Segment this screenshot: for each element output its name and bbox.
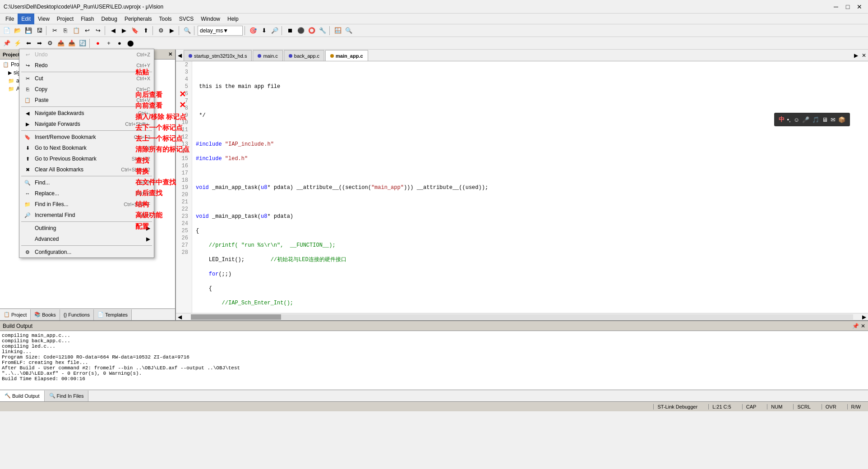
ctx-undo[interactable]: ↩ Undo Ctrl+Z <box>19 49 154 60</box>
hscroll-track[interactable] <box>191 314 853 320</box>
redo-btn[interactable]: ↪ <box>93 26 103 36</box>
undo-btn[interactable]: ↩ <box>82 26 92 36</box>
tb2-color1[interactable]: ● <box>93 38 103 48</box>
menu-edit[interactable]: Edit <box>18 14 34 24</box>
ctx-configuration[interactable]: ⚙ Configuration... <box>19 247 154 257</box>
ctx-redo[interactable]: ↪ Redo Ctrl+Y <box>19 60 154 71</box>
ctx-incremental-find[interactable]: 🔎 Incremental Find Ctrl+I <box>19 210 154 221</box>
tb2-btn8[interactable]: 🔄 <box>78 38 88 48</box>
target-dropdown[interactable]: delay_ms ▼ <box>198 26 243 36</box>
tab-functions[interactable]: {}Functions <box>60 309 94 320</box>
search-btn2[interactable]: 🔎 <box>270 26 280 36</box>
nav-fwd-btn[interactable]: ▶ <box>119 26 129 36</box>
menu-debug[interactable]: Debug <box>98 14 121 24</box>
nav-back-btn[interactable]: ◀ <box>108 26 118 36</box>
build-close-btn[interactable]: ✕ <box>861 323 865 329</box>
ctx-insert-bookmark[interactable]: 🔖 Insert/Remove Bookmark Ctrl+F2 <box>19 132 154 143</box>
ctx-find[interactable]: 🔍 Find... Ctrl+F <box>19 177 154 188</box>
paste-btn[interactable]: 📋 <box>71 26 81 36</box>
panel-close-btn[interactable]: ✕ <box>168 51 172 57</box>
ctx-cut[interactable]: ✂ Cut Ctrl+X <box>19 73 154 84</box>
status-bar: ST-Link Debugger L:21 C:5 CAP NUM SCRL O… <box>0 401 868 411</box>
ctx-paste[interactable]: 📋 Paste Ctrl+V <box>19 95 154 106</box>
tab-back-app[interactable]: back_app.c <box>284 50 324 61</box>
ctx-prev-bookmark[interactable]: ⬆ Go to Previous Bookmark Shift+F2 <box>19 153 154 164</box>
ctx-sep2 <box>21 106 152 107</box>
build-line: compiling back_app.c... <box>2 338 866 344</box>
find-btn[interactable]: 🔍 <box>182 26 192 36</box>
tab-project[interactable]: 📋Project <box>0 309 31 320</box>
new-file-btn[interactable]: 📄 <box>2 26 12 36</box>
tb2-btn4[interactable]: ➡ <box>34 38 44 48</box>
tb2-btn5[interactable]: ⚙ <box>45 38 55 48</box>
tb2-color2[interactable]: + <box>104 38 114 48</box>
build-pin-btn[interactable]: 📌 <box>852 323 859 329</box>
ctx-advanced[interactable]: Advanced ▶ <box>19 234 154 244</box>
tab-startup[interactable]: startup_stm32f10x_hd.s <box>184 50 252 61</box>
menu-view[interactable]: View <box>34 14 53 24</box>
tab-scroll-right-btn[interactable]: ▶ <box>852 52 860 59</box>
bookmark-btn[interactable]: 🔖 <box>130 26 140 36</box>
code-content[interactable]: this is the main app file */ #include "I… <box>192 61 868 313</box>
tab-scroll-left-btn[interactable]: ◀ <box>176 52 184 59</box>
code-editor[interactable]: 2 3 4 5 6 7 8 9 10 11 12 13 14 15 16 17 … <box>176 61 868 313</box>
build-output-title: Build Output <box>3 323 32 329</box>
tab-books[interactable]: 📚Books <box>31 309 60 320</box>
menu-project[interactable]: Project <box>53 14 77 24</box>
tb2-btn2[interactable]: ⚡ <box>13 38 23 48</box>
ctx-next-bookmark[interactable]: ⬇ Go to Next Bookmark F2 <box>19 143 154 153</box>
open-btn[interactable]: 📂 <box>13 26 23 36</box>
copy-btn[interactable]: ⎘ <box>60 26 70 36</box>
breakpoint-btn[interactable]: ⚫ <box>296 26 306 36</box>
minimize-button[interactable]: ─ <box>831 2 841 12</box>
tb2-color4[interactable]: ⬤ <box>125 38 135 48</box>
tab-main-app[interactable]: main_app.c <box>325 50 368 61</box>
tb2-btn3[interactable]: ⬅ <box>23 38 33 48</box>
tab-build-output[interactable]: 🔨Build Output <box>0 391 45 401</box>
hscroll-left-btn[interactable]: ◀ <box>176 314 184 320</box>
tb2-btn6[interactable]: 📤 <box>56 38 66 48</box>
editor-hscroll[interactable]: ◀ ▶ <box>176 313 868 320</box>
tab-find-in-files[interactable]: 🔍Find In Files <box>45 391 89 401</box>
window-btn[interactable]: 🪟 <box>333 26 343 36</box>
tab-templates[interactable]: 📄Templates <box>94 309 132 320</box>
close-active-tab-btn[interactable]: ✕ <box>860 52 868 59</box>
status-scrl: SCRL <box>793 404 814 409</box>
save-all-btn[interactable]: 🖫 <box>34 26 44 36</box>
ctx-outlining[interactable]: Outlining ▶ <box>19 223 154 234</box>
run-btn[interactable]: ▶ <box>167 26 177 36</box>
hscroll-right-btn[interactable]: ▶ <box>860 314 868 320</box>
menu-peripherals[interactable]: Peripherals <box>121 14 156 24</box>
menu-help[interactable]: Help <box>224 14 242 24</box>
misc-btn[interactable]: 🔧 <box>318 26 328 36</box>
ctx-nav-fwd[interactable]: ▶ Navigate Forwards Ctrl+Shift+- <box>19 119 154 129</box>
hscroll-thumb[interactable] <box>191 314 281 320</box>
menu-svcs[interactable]: SVCS <box>175 14 198 24</box>
cut-btn[interactable]: ✂ <box>50 26 60 36</box>
select-target-btn[interactable]: 🎯 <box>248 26 258 36</box>
zoom-btn[interactable]: 🔍 <box>344 26 354 36</box>
ctx-replace[interactable]: ↔ Replace... Ctrl+H <box>19 188 154 199</box>
menu-tools[interactable]: Tools <box>156 14 175 24</box>
menu-window[interactable]: Window <box>197 14 224 24</box>
bookmark-next-btn[interactable]: ⬇ <box>259 26 269 36</box>
tab-main-c[interactable]: main.c <box>253 50 282 61</box>
menu-file[interactable]: File <box>2 14 18 24</box>
close-button[interactable]: ✕ <box>854 2 864 12</box>
clear-breakpoint-btn[interactable]: ⭕ <box>307 26 317 36</box>
stop-btn[interactable]: ⏹ <box>285 26 295 36</box>
maximize-button[interactable]: □ <box>843 2 853 12</box>
tb2-color3[interactable]: ● <box>115 38 125 48</box>
ctx-nav-back[interactable]: ◀ Navigate Backwards Ctrl+- <box>19 108 154 119</box>
tb2-btn1[interactable]: 📌 <box>2 38 12 48</box>
ctx-clear-bookmarks[interactable]: ✖ Clear All Bookmarks Ctrl+Shift+F2 <box>19 164 154 175</box>
ctx-copy[interactable]: ⎘ Copy Ctrl+C <box>19 84 154 95</box>
build-btn[interactable]: ⚙ <box>156 26 166 36</box>
ctx-find-files[interactable]: 📁 Find in Files... Ctrl+Shift+F <box>19 199 154 210</box>
save-btn[interactable]: 💾 <box>23 26 33 36</box>
menu-flash[interactable]: Flash <box>77 14 97 24</box>
context-menu: ↩ Undo Ctrl+Z ↪ Redo Ctrl+Y ✂ Cut Ctrl+X… <box>19 49 154 258</box>
prev-bookmark-btn[interactable]: ⬆ <box>141 26 151 36</box>
tb2-btn7[interactable]: 📥 <box>67 38 77 48</box>
status-debugger: ST-Link Debugger <box>653 404 701 409</box>
